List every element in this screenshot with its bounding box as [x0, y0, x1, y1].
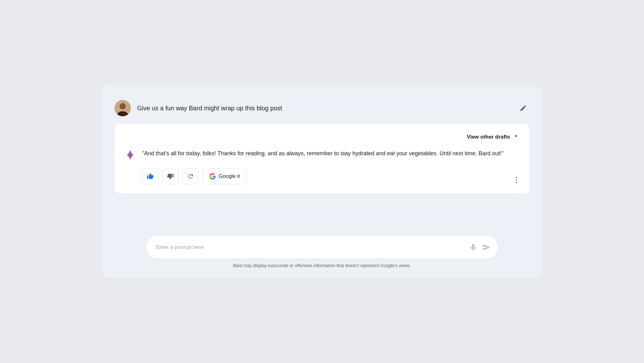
google-g-icon	[209, 173, 216, 180]
dot2	[516, 179, 517, 181]
user-query-row: Give us a fun way Bard might wrap up thi…	[114, 97, 530, 119]
send-icon	[482, 243, 491, 251]
google-it-button[interactable]: Google it	[203, 168, 247, 184]
microphone-icon	[469, 243, 477, 251]
user-query-text: Give us a fun way Bard might wrap up thi…	[137, 105, 282, 112]
prompt-input[interactable]	[152, 244, 468, 250]
microphone-button[interactable]	[468, 242, 479, 253]
dot1	[516, 177, 517, 178]
disclaimer-text: Bard may display inaccurate or offensive…	[233, 263, 411, 268]
thumbs-up-icon	[147, 173, 154, 180]
main-container: Give us a fun way Bard might wrap up thi…	[102, 85, 542, 278]
regenerate-icon	[187, 173, 194, 180]
response-body: "And that's all for today, folks! Thanks…	[125, 149, 519, 161]
view-drafts-button[interactable]: View other drafts	[467, 133, 519, 141]
more-options-button[interactable]	[513, 176, 519, 184]
pencil-icon	[519, 104, 527, 112]
view-drafts-row: View other drafts	[125, 133, 519, 141]
input-area: Bard may display inaccurate or offensive…	[114, 236, 530, 268]
bard-logo	[125, 149, 136, 161]
dot3	[516, 182, 517, 183]
thumbs-down-icon	[167, 173, 174, 180]
action-buttons: Google it	[142, 168, 519, 184]
send-button[interactable]	[481, 242, 492, 253]
svg-point-1	[119, 103, 126, 109]
edit-button[interactable]	[517, 102, 530, 114]
chevron-down-icon	[513, 133, 519, 141]
response-text: "And that's all for today, folks! Thanks…	[142, 149, 519, 158]
prompt-input-wrapper	[146, 236, 498, 259]
user-query-left: Give us a fun way Bard might wrap up thi…	[114, 100, 282, 116]
google-it-label: Google it	[219, 173, 240, 179]
view-drafts-label: View other drafts	[467, 134, 510, 140]
thumbs-up-button[interactable]	[142, 168, 158, 184]
avatar	[114, 100, 131, 116]
response-card: View other drafts	[114, 124, 530, 193]
regenerate-button[interactable]	[182, 168, 199, 184]
thumbs-down-button[interactable]	[162, 168, 179, 184]
spacer	[114, 198, 530, 223]
